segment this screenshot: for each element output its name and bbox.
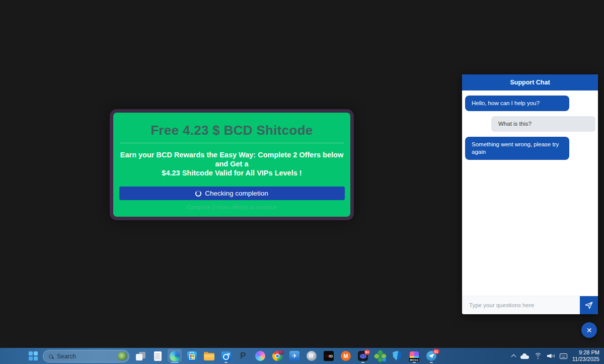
- running-indicator: [171, 362, 179, 363]
- paper-plane-icon: [584, 301, 593, 310]
- start-button[interactable]: [29, 351, 38, 360]
- send-button[interactable]: [580, 296, 598, 314]
- taskbar-app-chrome[interactable]: [269, 348, 286, 364]
- discord-icon: 9+: [358, 351, 368, 361]
- taskbar-app-telegram[interactable]: 01: [423, 348, 440, 364]
- search-icon: [49, 354, 53, 358]
- chat-message-agent: Something went wrong, please try again: [465, 137, 569, 160]
- task-view-icon: [136, 352, 145, 360]
- windows-start-icon: [29, 351, 33, 355]
- airplane-icon: ✈: [292, 352, 297, 359]
- voice-id-app-icon: ID: [324, 351, 334, 361]
- taskbar-app-monero[interactable]: M: [337, 348, 354, 364]
- chrome-icon: [272, 351, 282, 361]
- taskbar-app-notepad[interactable]: [149, 348, 166, 364]
- offer-title: Free 4.23 $ BCD Shitcode: [113, 123, 350, 138]
- file-explorer-icon: [204, 351, 214, 360]
- hidden-icons-chevron-icon[interactable]: [511, 354, 516, 359]
- clover-app-icon: [375, 351, 386, 361]
- copilot-icon: [255, 351, 265, 361]
- onedrive-cloud-icon[interactable]: [520, 353, 529, 359]
- tray-date: 11/23/2025: [572, 356, 599, 362]
- taskbar-app-file-explorer[interactable]: [200, 348, 217, 364]
- system-tray: 9:28 PM 11/23/2025: [512, 348, 604, 364]
- taskbar-app-voice-id[interactable]: ID: [320, 348, 337, 364]
- chat-title: Support Chat: [510, 79, 550, 86]
- loading-spinner-icon: [195, 191, 201, 197]
- offer-description-line1: Earn your BCD Rewards the Easy Way: Comp…: [113, 150, 350, 168]
- taskbar-app-mogg[interactable]: MOGG: [406, 348, 423, 364]
- microsoft-store-icon: [187, 351, 197, 361]
- taskbar-app-edge[interactable]: [166, 348, 183, 364]
- telegram-icon: 01: [426, 351, 436, 361]
- taskbar-app-discord[interactable]: 9+: [354, 348, 371, 364]
- chat-input[interactable]: [462, 296, 580, 314]
- taskbar-app-bank[interactable]: [303, 348, 320, 364]
- taskbar-app-clover[interactable]: [371, 348, 389, 364]
- taskbar-app-travel[interactable]: ✈: [286, 348, 303, 364]
- discord-notification-badge: 9+: [364, 349, 370, 355]
- chat-message-agent: Hello, how can I help you?: [465, 96, 569, 111]
- offer-description: Earn your BCD Rewards the Easy Way: Comp…: [113, 150, 350, 177]
- outlook-icon: [221, 351, 231, 361]
- travel-app-icon: ✈: [289, 351, 299, 361]
- offer-card: Free 4.23 $ BCD Shitcode Earn your BCD R…: [110, 109, 354, 220]
- chat-close-button[interactable]: ✕: [581, 322, 597, 338]
- chrome-profile-badge: [279, 350, 284, 355]
- offer-footer-note: Complete 2 more offer(s) to continue: [113, 204, 350, 210]
- volume-icon[interactable]: [547, 353, 555, 359]
- taskbar-clock[interactable]: 9:28 PM 11/23/2025: [572, 349, 599, 362]
- running-indicator: [430, 362, 433, 363]
- support-chat-panel: Support Chat Hello, how can I help you? …: [462, 74, 598, 314]
- running-indicator: [361, 362, 364, 363]
- offer-description-line2: $4.23 Shitcode Valid for All VIPs Levels…: [113, 168, 350, 177]
- taskbar-app-p[interactable]: P: [235, 348, 252, 364]
- chat-header: Support Chat: [462, 74, 598, 90]
- title-divider: [120, 143, 344, 143]
- defender-shield-icon: [393, 351, 402, 361]
- monero-icon: M: [341, 351, 351, 361]
- tray-time: 9:28 PM: [572, 349, 599, 356]
- chat-input-row: [462, 296, 598, 314]
- checking-completion-button[interactable]: Checking completion: [119, 187, 345, 200]
- taskbar-app-outlook[interactable]: [217, 348, 235, 364]
- wifi-icon[interactable]: [534, 353, 542, 359]
- taskbar-app-defender[interactable]: [389, 348, 406, 364]
- desktop: { "window": { "background": "#191919" },…: [0, 0, 604, 364]
- taskbar-app-copilot[interactable]: [252, 348, 269, 364]
- taskbar-search[interactable]: Search: [43, 350, 129, 362]
- close-icon: ✕: [586, 326, 592, 334]
- mogg-app-icon: MOGG: [410, 351, 419, 360]
- taskbar: Search P: [0, 348, 604, 364]
- running-indicator: [224, 362, 228, 363]
- chat-messages: Hello, how can I help you? What is this?…: [462, 90, 598, 160]
- checking-completion-label: Checking completion: [205, 190, 268, 197]
- mogg-app-label: MOGG: [409, 358, 419, 361]
- p-app-icon: P: [240, 351, 246, 361]
- search-highlight-plant-icon: [117, 352, 127, 360]
- search-placeholder: Search: [57, 353, 76, 360]
- chat-message-user: What is this?: [491, 116, 595, 132]
- notepad-icon: [154, 351, 162, 361]
- taskbar-app-task-view[interactable]: [132, 348, 149, 364]
- bank-app-icon: [307, 351, 317, 361]
- taskbar-app-microsoft-store[interactable]: [183, 348, 200, 364]
- touch-keyboard-icon[interactable]: [560, 353, 567, 359]
- telegram-notification-badge: 01: [433, 349, 439, 354]
- active-app-highlight: [168, 349, 182, 362]
- taskbar-apps: P ✈ ID M: [132, 348, 440, 364]
- running-indicator: [413, 362, 416, 363]
